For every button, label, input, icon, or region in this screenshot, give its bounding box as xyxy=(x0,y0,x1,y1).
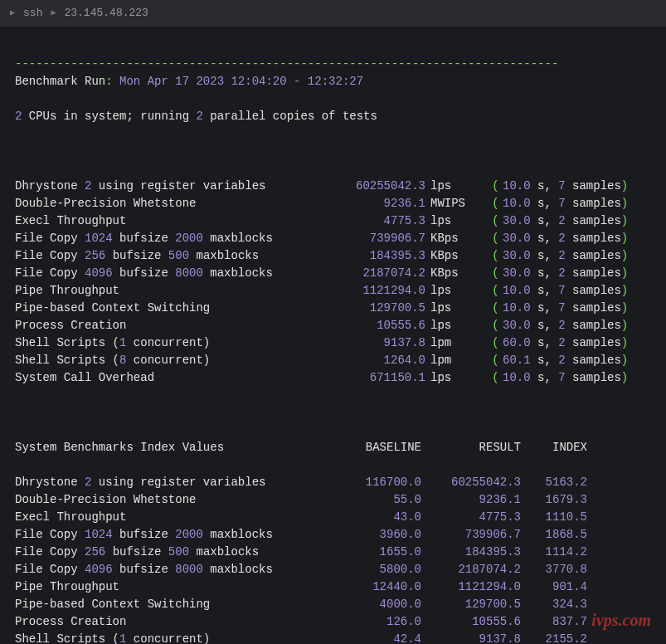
index-row: Execl Throughput43.04775.31110.5 xyxy=(15,509,651,526)
chevron-right-icon: ▶ xyxy=(51,7,56,19)
index-row: File Copy 1024 bufsize 2000 maxblocks396… xyxy=(15,526,651,544)
cpu-info-line: 2 CPUs in system; running 2 parallel cop… xyxy=(15,108,651,125)
test-row: Process Creation10555.6lps (30.0 s, 2 sa… xyxy=(15,317,651,334)
test-row: System Call Overhead671150.1lps (10.0 s,… xyxy=(15,369,651,387)
chevron-right-icon: ▶ xyxy=(10,7,15,19)
test-row: Double-Precision Whetstone9236.1MWIPS (1… xyxy=(15,195,651,212)
test-row: Shell Scripts (1 concurrent)9137.8lpm (6… xyxy=(15,334,651,352)
index-row: File Copy 4096 bufsize 8000 maxblocks580… xyxy=(15,561,651,578)
test-row: Pipe Throughput1121294.0lps (10.0 s, 7 s… xyxy=(15,282,651,300)
test-row: File Copy 4096 bufsize 8000 maxblocks218… xyxy=(15,265,651,282)
index-row: Pipe Throughput12440.01121294.0901.4 xyxy=(15,578,651,596)
terminal-output[interactable]: ----------------------------------------… xyxy=(0,27,666,645)
watermark-logo: ivps.com xyxy=(591,607,651,632)
test-row: Execl Throughput4775.3lps (30.0 s, 2 sam… xyxy=(15,212,651,230)
index-row: Shell Scripts (1 concurrent)42.49137.821… xyxy=(15,631,651,645)
index-row: Pipe-based Context Switching4000.0129700… xyxy=(15,596,651,613)
divider: ----------------------------------------… xyxy=(15,57,558,71)
test-row: Pipe-based Context Switching129700.5lps … xyxy=(15,300,651,317)
index-row: File Copy 256 bufsize 500 maxblocks1655.… xyxy=(15,544,651,561)
tab-ip[interactable]: 23.145.48.223 xyxy=(64,5,148,22)
benchmark-run-line: Benchmark Run: Mon Apr 17 2023 12:04:20 … xyxy=(15,73,651,90)
index-row: Dhrystone 2 using register variables1167… xyxy=(15,474,651,491)
test-row: Dhrystone 2 using register variables6025… xyxy=(15,178,651,195)
index-row: Double-Precision Whetstone55.09236.11679… xyxy=(15,491,651,509)
index-header: System Benchmarks Index ValuesBASELINERE… xyxy=(15,439,651,456)
test-row: Shell Scripts (8 concurrent)1264.0lpm (6… xyxy=(15,352,651,369)
test-row: File Copy 256 bufsize 500 maxblocks18439… xyxy=(15,247,651,265)
tab-ssh[interactable]: ssh xyxy=(23,5,42,22)
titlebar: ▶ ssh ▶ 23.145.48.223 xyxy=(0,0,666,27)
test-row: File Copy 1024 bufsize 2000 maxblocks739… xyxy=(15,230,651,247)
index-row: Process Creation126.010555.6837.7 xyxy=(15,613,651,631)
